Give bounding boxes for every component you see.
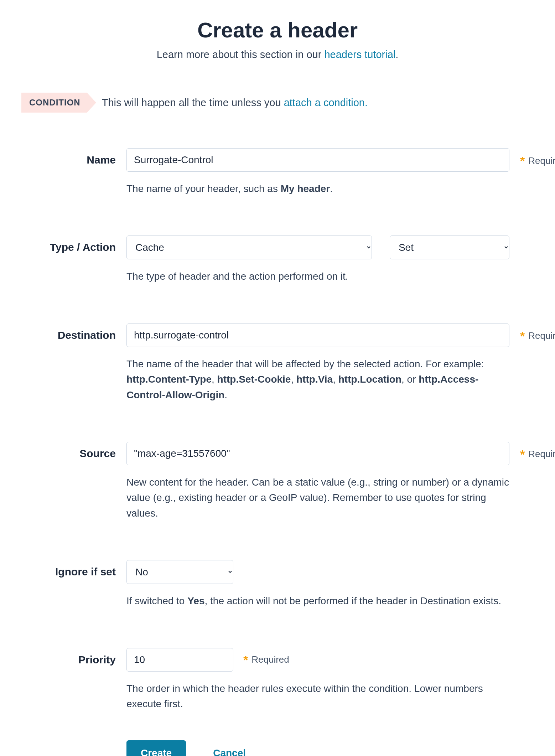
priority-input[interactable] [126, 648, 233, 672]
actions-row: Create Cancel [21, 740, 534, 756]
attach-condition-link[interactable]: attach a condition. [284, 97, 368, 108]
type-select[interactable]: Cache [126, 235, 372, 259]
row-ignore: Ignore if set No If switched to Yes, the… [21, 560, 534, 609]
required-label: Required [251, 654, 289, 665]
name-required: * Required [520, 148, 555, 167]
asterisk-icon: * [520, 448, 525, 460]
ignore-help-suffix: , the action will not be performed if th… [204, 595, 501, 606]
page-subtitle: Learn more about this section in our hea… [21, 49, 534, 61]
priority-help: The order in which the header rules exec… [126, 681, 509, 712]
label-name: Name [21, 148, 116, 166]
label-type-action: Type / Action [21, 235, 116, 253]
source-help: New content for the header. Can be a sta… [126, 475, 509, 521]
ignore-help-prefix: If switched to [126, 595, 187, 606]
condition-row: CONDITION This will happen all the time … [21, 93, 534, 113]
name-help: The name of your header, such as My head… [126, 181, 509, 196]
name-help-bold: My header [281, 183, 330, 194]
row-destination: Destination The name of the header that … [21, 323, 534, 403]
source-input[interactable] [126, 442, 509, 465]
join0: , [212, 374, 217, 385]
action-select[interactable]: Set [390, 235, 509, 259]
asterisk-icon: * [520, 330, 525, 342]
required-label: Required [528, 330, 555, 341]
required-label: Required [528, 449, 555, 460]
page-title: Create a header [21, 18, 534, 42]
row-type-action: Type / Action Cache Set The type of head… [21, 235, 534, 284]
subtitle-suffix: . [395, 49, 398, 60]
condition-badge: CONDITION [21, 93, 87, 113]
row-name: Name The name of your header, such as My… [21, 148, 534, 196]
row-source: Source New content for the header. Can b… [21, 442, 534, 521]
dest-ex-1: http.Set-Cookie [217, 374, 291, 385]
ignore-help-bold: Yes [187, 595, 204, 606]
asterisk-icon: * [243, 654, 248, 666]
label-ignore: Ignore if set [21, 560, 116, 578]
label-priority: Priority [21, 648, 116, 666]
destination-help-prefix: The name of the header that will be affe… [126, 358, 484, 369]
subtitle-text: Learn more about this section in our [157, 49, 325, 60]
join2: , [333, 374, 338, 385]
label-destination: Destination [21, 323, 116, 341]
destination-help: The name of the header that will be affe… [126, 356, 509, 403]
source-required: * Required [520, 442, 555, 460]
separator [0, 726, 555, 726]
destination-help-suffix: . [224, 389, 227, 400]
label-source: Source [21, 442, 116, 460]
destination-input[interactable] [126, 323, 509, 347]
name-help-prefix: The name of your header, such as [126, 183, 281, 194]
destination-required: * Required [520, 323, 555, 342]
or: , or [401, 374, 419, 385]
priority-required: * Required [243, 654, 289, 666]
dest-ex-2: http.Via [296, 374, 333, 385]
cancel-button[interactable]: Cancel [211, 747, 248, 756]
condition-prefix: This will happen all the time unless you [102, 97, 284, 108]
asterisk-icon: * [520, 155, 525, 167]
condition-text: This will happen all the time unless you… [102, 97, 368, 109]
dest-ex-0: http.Content-Type [126, 374, 212, 385]
ignore-help: If switched to Yes, the action will not … [126, 593, 509, 609]
join1: , [291, 374, 296, 385]
dest-ex-3: http.Location [338, 374, 401, 385]
create-button[interactable]: Create [126, 740, 186, 756]
type-action-help: The type of header and the action perfor… [126, 269, 509, 284]
ignore-select[interactable]: No [126, 560, 233, 584]
required-label: Required [528, 155, 555, 166]
name-input[interactable] [126, 148, 509, 172]
headers-tutorial-link[interactable]: headers tutorial [324, 49, 395, 60]
name-help-suffix: . [330, 183, 333, 194]
row-priority: Priority * Required The order in which t… [21, 648, 534, 712]
